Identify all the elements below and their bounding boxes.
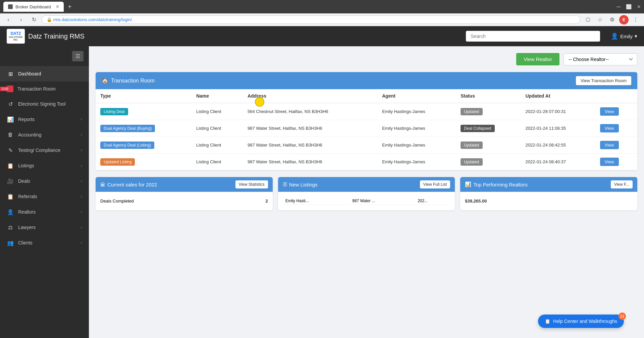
transaction-table-scroll[interactable]: Type Name Address Agent Status Updated A… [96,89,637,170]
extensions-btn[interactable]: ⚙ [607,15,617,25]
help-btn-label: Help Center and Walkthroughs [553,319,617,324]
app-header: DATZ SOLUTIONS INC. Datz Training RMS 👤 … [0,26,644,46]
browser-chrome: Broker Dashboard × + ─ ⬜ × [0,0,644,13]
sidebar-toggle-btn[interactable]: ☰ [72,51,84,61]
view-transaction-room-btn[interactable]: View Transaction Room [576,76,631,85]
lawyers-chevron: ‹ [81,225,82,230]
transaction-room-panel-header: 🏠 Transaction Room View Transaction Room [96,72,637,89]
table-row: Dual Agency Deal (Buying) Listing Client… [96,120,637,137]
forward-btn[interactable]: › [16,15,26,25]
cell-address-3: 987 Water Street, Halifax, NS B3H3H6 [243,154,377,170]
reports-icon: 📊 [7,116,14,123]
sidebar-item-realtors[interactable]: 👤 Realtors ‹ [0,204,89,220]
clients-icon: 👥 [7,239,14,246]
sidebar-item-electronic-signing[interactable]: ↺ Electronic Signing Tool [0,96,89,112]
sidebar-item-reports[interactable]: 📊 Reports ‹ [0,112,89,127]
sidebar-item-listings[interactable]: 📋 Listings ‹ [0,158,89,173]
sidebar-item-dashboard[interactable]: ⊞ Dashboard [0,66,89,81]
status-badge-0: Updated [461,108,482,115]
sidebar-item-testing-compliance[interactable]: ✎ Testing/ Compliance ‹ [0,143,89,158]
status-badge-2: Updated [461,142,482,149]
back-btn[interactable]: ‹ [3,15,13,25]
col-status: Status [456,89,521,103]
help-center-btn[interactable]: 📋 Help Center and Walkthroughs 11 [538,315,624,328]
current-sales-header: 🏛 Current sales for 2022 View Statistics [96,177,273,192]
logo-text: DATZ SOLUTIONS INC. [7,32,25,41]
view-full-list-btn[interactable]: View Full List [420,180,450,188]
sidebar-item-referrals[interactable]: 📋 Referrals ‹ [0,189,89,204]
table-row: Listing Deal Listing Client 564 Chestnut… [96,103,637,120]
tab-close-btn[interactable]: × [56,4,59,10]
col-updated-at: Updated At [521,89,595,103]
view-row-btn-3[interactable]: View [600,158,619,166]
content-area: View Realtor -- Choose Realtor-- 🏠 Trans… [89,46,644,338]
bookmark-btn[interactable]: ☆ [595,15,605,25]
choose-realtor-select[interactable]: -- Choose Realtor-- [564,53,637,65]
window-minimize-btn[interactable]: ─ [616,3,621,10]
deals-icon: 🎥 [7,177,14,185]
new-listings-icon: ☰ [283,181,287,187]
bottom-panels: 🏛 Current sales for 2022 View Statistics… [96,177,637,210]
user-menu[interactable]: 👤 Emily ▾ [611,33,637,40]
sidebar-item-transaction-room[interactable]: 0:00 Transaction Room [0,81,89,96]
more-btn[interactable]: ⋮ [631,15,641,25]
reload-btn[interactable]: ↻ [29,15,39,25]
top-realtors-header: 📊 Top Performing Realtors View F... [460,177,637,192]
transaction-room-panel: 🏠 Transaction Room View Transaction Room… [96,72,637,170]
user-chevron: ▾ [635,33,637,39]
col-name: Name [192,89,243,103]
top-realtors-panel: 📊 Top Performing Realtors View F... $39,… [460,177,637,210]
view-statistics-btn[interactable]: View Statistics [235,180,268,188]
transaction-room-title: 🏠 Transaction Room [102,77,155,84]
cell-name-2: Listing Client [192,137,243,154]
cell-status-2: Updated [456,137,521,154]
sidebar-label-accounting: Accounting [18,132,77,137]
transaction-room-header-icon: 🏠 [102,77,108,84]
new-listings-table: Emily Hasti... 987 Water ... 202... [283,196,450,206]
accounting-chevron: ‹ [81,132,82,137]
cast-btn[interactable]: ⬡ [583,15,593,25]
cell-address-0: 564 Chestnut Street, Halifax, NS B3H3H6 [243,103,377,120]
listings-chevron: ‹ [81,163,82,168]
dashboard-icon: ⊞ [7,70,14,77]
sidebar-menu-toggle: ☰ [0,46,89,66]
sidebar-timer: 0:00 [0,87,10,91]
window-maximize-btn[interactable]: ⬜ [626,4,632,9]
sidebar: ☰ ⊞ Dashboard 0:00 Transaction Room ↺ El… [0,46,89,338]
cell-updated-1: 2022-01-24 11:06:35 [521,120,595,137]
view-row-btn-0[interactable]: View [600,107,619,116]
sidebar-item-lawyers[interactable]: ⚖ Lawyers ‹ [0,220,89,235]
sidebar-label-referrals: Referrals [18,194,77,199]
cell-updated-2: 2022-01-24 08:42:55 [521,137,595,154]
sidebar-item-accounting[interactable]: 🗑 Accounting ‹ [0,127,89,143]
tab-label: Broker Dashboard [15,4,51,9]
cell-type-3: Updated Listing [96,154,192,170]
new-tab-btn[interactable]: + [68,3,72,11]
new-listings-panel: ☰ New Listings View Full List Emily Hast… [278,177,455,210]
type-badge-1: Dual Agency Deal (Buying) [100,125,155,132]
browser-profile-btn[interactable]: E [619,15,629,24]
cell-action-3: View [595,154,637,170]
current-sales-body: Deals Completed 2 [96,192,273,210]
new-listings-body: Emily Hasti... 987 Water ... 202... [278,192,455,210]
nl-agent: Emily Hasti... [283,197,350,205]
header-search-input[interactable] [466,31,600,42]
accounting-icon: 🗑 [7,131,14,138]
logo-area: DATZ SOLUTIONS INC. Datz Training RMS [7,29,85,44]
view-realtor-btn[interactable]: View Realtor [516,53,559,65]
address-bar[interactable]: 🔒 rms.datzsolutions.com/datztraining/log… [42,15,580,24]
sidebar-item-deals[interactable]: 🎥 Deals ‹ [0,173,89,189]
realtors-chevron: ‹ [81,210,82,214]
browser-tab[interactable]: Broker Dashboard × [3,2,64,12]
status-badge-3: Updated [461,158,482,166]
help-badge: 11 [619,313,626,320]
window-close-btn[interactable]: × [637,3,641,10]
cell-type-0: Listing Deal [96,103,192,120]
sidebar-item-clients[interactable]: 👥 Clients ‹ [0,235,89,250]
browser-nav-bar: ‹ › ↻ 🔒 rms.datzsolutions.com/datztraini… [0,13,644,26]
view-full-realtors-btn[interactable]: View F... [611,180,633,188]
view-row-btn-1[interactable]: View [600,124,619,132]
cell-agent-3: Emily Hastings-James [377,154,456,170]
view-row-btn-2[interactable]: View [600,141,619,149]
top-realtors-icon: 📊 [465,181,471,187]
